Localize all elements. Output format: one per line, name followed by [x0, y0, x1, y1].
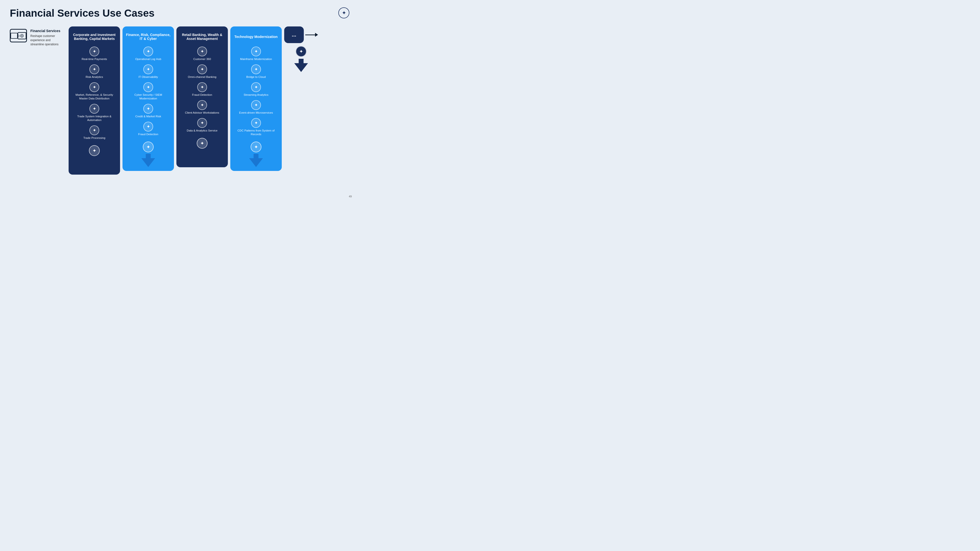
bottom-compass: ✦ [197, 138, 207, 149]
col1-bottom: ✦ [72, 145, 117, 171]
col3-item-1: ✦ Customer 360 [179, 46, 225, 63]
compass-icon: ✦ [89, 125, 99, 135]
arrow-head [195, 154, 209, 164]
arrow-line [305, 35, 315, 35]
column-4: Technology Modernization ✦ Mainframe Mod… [230, 27, 282, 171]
content-area: Financial Services Reshape customer expe… [10, 27, 347, 175]
item-label: Event-driven Microservices [239, 111, 273, 114]
col4-item-2: ✦ Bridge to Cloud [233, 64, 279, 81]
bottom-compass: ✦ [89, 145, 100, 156]
compass-icon: ✦ [89, 82, 99, 92]
col4-item-3: ✦ Streaming Analytics [233, 82, 279, 99]
item-label: Fraud Detection [192, 93, 212, 97]
extra-col-area: ... ✦ [284, 27, 318, 72]
col4-item-4: ✦ Event-driven Microservices [233, 100, 279, 117]
col2-item-2: ✦ IT Observability [126, 64, 171, 81]
compass-nav-icon: ✦ [338, 7, 349, 18]
col3-item-2: ✦ Omni-channel Banking [179, 64, 225, 81]
extra-arrow-head [294, 63, 308, 72]
col3-header: Retail Banking, Wealth & Asset Managemen… [179, 30, 225, 43]
compass-icon: ✦ [197, 118, 207, 128]
col2-item-3: ✦ Cyber Security / SIEM Modernization [126, 82, 171, 102]
col1-item-2: ✦ Risk Analytics [72, 64, 117, 81]
item-label: CDC Patterns from System of Records [233, 129, 279, 136]
extra-arrow-stem [299, 59, 304, 63]
svg-point-2 [21, 35, 22, 36]
compass-icon: ✦ [197, 46, 207, 56]
col3-item-4: ✦ Client Advisor Workstations [179, 100, 225, 117]
compass-icon: ✦ [251, 100, 261, 110]
compass-icon: ✦ [197, 82, 207, 92]
compass-icon: ✦ [197, 100, 207, 110]
item-label: Risk Analytics [86, 75, 103, 79]
col1-item-5: ✦ Trade Processing [72, 125, 117, 142]
col2-item-4: ✦ Credit & Market Risk [126, 104, 171, 120]
compass-icon: ✦ [251, 46, 261, 56]
col2-bottom: ✦ [126, 141, 171, 167]
right-arrow [305, 33, 318, 37]
compass-icon: ✦ [143, 64, 153, 74]
arrow-stem [146, 154, 151, 158]
extra-col-header: ... [284, 27, 304, 43]
col4-item-5: ✦ CDC Patterns from System of Records [233, 118, 279, 138]
compass-icon: ✦ [143, 104, 153, 114]
arrow-stem [254, 154, 258, 158]
col3-item-5: ✦ Data & Analytics Service [179, 118, 225, 135]
extra-header-row: ... [284, 27, 318, 43]
item-label: Trade Processing [83, 136, 105, 140]
item-label: IT Observability [138, 75, 158, 79]
compass-icon: ✦ [143, 122, 153, 132]
item-label: Bridge to Cloud [246, 75, 266, 79]
fs-icon [10, 29, 27, 42]
compass-icon: ✦ [197, 64, 207, 74]
compass-icon: ✦ [89, 104, 99, 114]
bottom-compass: ✦ [143, 141, 154, 152]
item-label: Streaming Analytics [244, 93, 269, 97]
col3-item-3: ✦ Fraud Detection [179, 82, 225, 99]
column-2: Finance, Risk, Compliance, IT & Cyber ✦ … [123, 27, 174, 171]
arrow-tip [315, 33, 318, 37]
col4-item-1: ✦ Mainframe Modernization [233, 46, 279, 63]
column-3: Retail Banking, Wealth & Asset Managemen… [177, 27, 228, 167]
nav-icon-area: ✦ [338, 7, 349, 18]
arrow-stem [92, 157, 97, 162]
item-label: Cyber Security / SIEM Modernization [126, 93, 171, 100]
col1-item-1: ✦ Real-time Payments [72, 46, 117, 63]
item-label: Mainframe Modernization [240, 57, 272, 61]
bottom-compass: ✦ [251, 141, 261, 152]
item-label: Client Advisor Workstations [185, 111, 219, 114]
col1-item-4: ✦ Trade System Integration & Automation [72, 104, 117, 124]
col2-header: Finance, Risk, Compliance, IT & Cyber [126, 30, 171, 43]
extra-arrow-down [294, 59, 308, 72]
col1-item-3: ✦ Market, Reference, & Security Master D… [72, 82, 117, 102]
compass-icon: ✦ [143, 46, 153, 56]
column-1: Corporate and Investment Banking, Capita… [68, 27, 120, 175]
extra-compass: ✦ [296, 46, 307, 57]
left-text: Financial Services Reshape customer expe… [30, 29, 64, 46]
arrow-head [142, 158, 155, 167]
col2-item-5: ✦ Fraud Detection [126, 122, 171, 138]
extra-compass-icon: ✦ [296, 46, 307, 57]
item-label: Credit & Market Risk [135, 114, 161, 118]
compass-icon: ✦ [89, 46, 99, 56]
arrow-head [88, 162, 101, 171]
compass-icon: ✦ [89, 64, 99, 74]
left-panel: Financial Services Reshape customer expe… [10, 27, 64, 46]
page-title: Financial Services Use Cases [10, 7, 347, 19]
col4-bottom: ✦ [233, 141, 279, 167]
item-label: Operational Log Hub [135, 57, 161, 61]
page-number: 49 [349, 195, 352, 198]
item-label: Omni-channel Banking [188, 75, 216, 79]
item-label: Data & Analytics Service [187, 129, 217, 132]
item-label: Real-time Payments [81, 57, 107, 61]
arrow-head [249, 158, 263, 167]
col3-bottom: ✦ [179, 138, 225, 164]
col4-header: Technology Modernization [234, 30, 278, 43]
columns-area: Corporate and Investment Banking, Capita… [68, 27, 347, 175]
compass-icon: ✦ [251, 118, 261, 128]
compass-icon: ✦ [251, 64, 261, 74]
left-heading: Financial Services [30, 29, 64, 33]
item-label: Market, Reference, & Security Master Dat… [72, 93, 117, 100]
left-description: Reshape customer experience and streamli… [30, 34, 64, 46]
item-label: Trade System Integration & Automation [72, 114, 117, 122]
